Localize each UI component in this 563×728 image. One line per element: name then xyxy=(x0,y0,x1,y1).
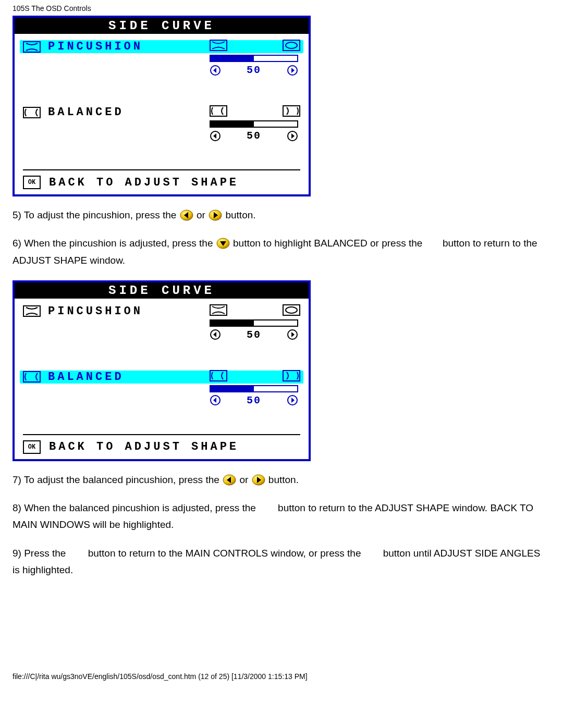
step-7: 7) To adjust the balanced pincushion, pr… xyxy=(13,472,544,488)
pincushion-out-icon xyxy=(283,40,300,51)
ok-icon: OK xyxy=(23,176,41,189)
right-button-icon xyxy=(208,209,223,221)
balanced-icon xyxy=(23,371,41,383)
left-button-icon xyxy=(179,209,194,221)
page-header: 105S The OSD Controls xyxy=(13,4,550,13)
increase-right-icon[interactable] xyxy=(287,329,298,340)
step-8: 8) When the balanced pincushion is adjus… xyxy=(13,500,544,534)
osd-title: SIDE CURVE xyxy=(15,18,309,34)
increase-right-icon[interactable] xyxy=(287,65,298,76)
decrease-left-icon[interactable] xyxy=(210,65,221,76)
decrease-left-icon[interactable] xyxy=(210,130,221,142)
balanced-label: BALANCED xyxy=(48,371,124,384)
pincushion-label: PINCUSHION xyxy=(48,305,143,318)
left-button-icon xyxy=(222,474,237,486)
balanced-value: 50 xyxy=(247,394,261,406)
pincushion-value: 50 xyxy=(247,329,261,341)
svg-rect-14 xyxy=(23,306,40,316)
step-6: 6) When the pincushion is adjusted, pres… xyxy=(13,235,544,269)
balanced-value: 50 xyxy=(247,130,261,142)
svg-rect-0 xyxy=(23,42,40,52)
increase-right-icon[interactable] xyxy=(287,130,298,142)
decrease-left-icon[interactable] xyxy=(210,394,221,406)
osd-row-balanced[interactable]: BALANCED 50 xyxy=(23,368,300,434)
balanced-slider[interactable] xyxy=(210,120,298,128)
svg-point-3 xyxy=(286,42,297,48)
ok-icon: OK xyxy=(23,440,41,454)
osd-back-label: BACK TO ADJUST SHAPE xyxy=(49,176,239,189)
increase-right-icon[interactable] xyxy=(287,394,298,406)
pincushion-out-icon xyxy=(283,304,300,316)
step-5: 5) To adjust the pincushion, press the o… xyxy=(13,207,544,224)
right-button-icon xyxy=(251,474,266,486)
osd-title: SIDE CURVE xyxy=(15,282,309,299)
osd-panel-pincushion-selected: SIDE CURVE PINCUSHION xyxy=(13,16,311,196)
down-button-icon xyxy=(216,237,230,250)
pincushion-in-icon xyxy=(210,40,227,51)
step-9: 9) Press the button to return to the MAI… xyxy=(13,545,544,579)
balanced-label: BALANCED xyxy=(48,106,124,119)
balanced-right-icon xyxy=(283,105,300,117)
balanced-slider[interactable] xyxy=(210,385,298,392)
pincushion-slider[interactable] xyxy=(210,319,298,327)
osd-back-row[interactable]: OK BACK TO ADJUST SHAPE xyxy=(23,169,300,194)
decrease-left-icon[interactable] xyxy=(210,329,221,340)
pincushion-label: PINCUSHION xyxy=(48,40,143,53)
pincushion-icon xyxy=(23,41,41,53)
balanced-left-icon xyxy=(210,105,227,117)
balanced-icon xyxy=(23,106,41,119)
osd-row-balanced[interactable]: BALANCED 50 xyxy=(23,104,300,169)
balanced-right-icon xyxy=(283,370,300,381)
page-footer: file:///C|/rita wu/gs3noVE/english/105S/… xyxy=(13,672,550,681)
osd-back-label: BACK TO ADJUST SHAPE xyxy=(49,440,239,453)
osd-row-pincushion[interactable]: PINCUSHION 50 xyxy=(23,303,300,368)
pincushion-icon xyxy=(23,305,41,317)
osd-row-pincushion[interactable]: PINCUSHION 50 xyxy=(23,38,300,104)
osd-back-row[interactable]: OK BACK TO ADJUST SHAPE xyxy=(23,434,300,459)
svg-point-17 xyxy=(286,307,297,313)
osd-panel-balanced-selected: SIDE CURVE PINCUSHION xyxy=(13,280,311,461)
balanced-left-icon xyxy=(210,370,227,381)
pincushion-in-icon xyxy=(210,304,227,316)
pincushion-slider[interactable] xyxy=(210,55,298,62)
pincushion-value: 50 xyxy=(247,64,261,76)
